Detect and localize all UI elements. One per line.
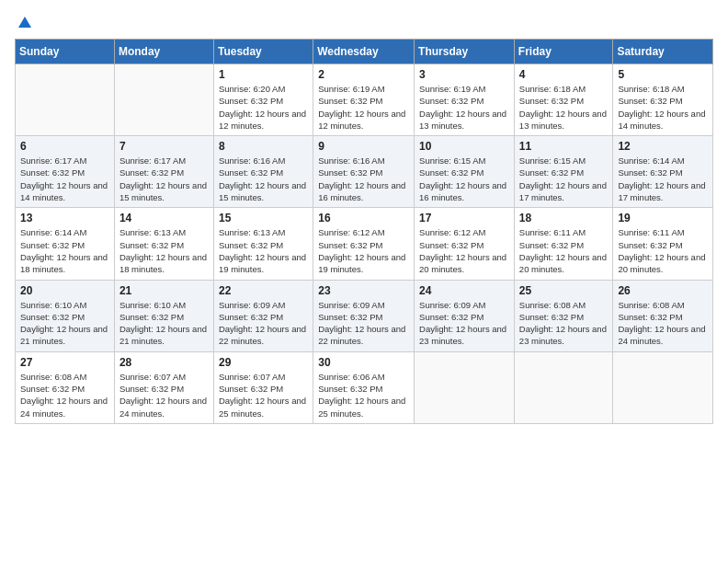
day-number: 29 xyxy=(219,356,308,369)
day-number: 8 xyxy=(219,140,308,153)
calendar-day-cell: 13Sunrise: 6:14 AM Sunset: 6:32 PM Dayli… xyxy=(16,208,115,280)
day-number: 21 xyxy=(119,284,209,297)
weekday-header: Saturday xyxy=(613,40,713,64)
weekday-header: Wednesday xyxy=(313,40,415,64)
calendar-day-cell: 3Sunrise: 6:19 AM Sunset: 6:32 PM Daylig… xyxy=(415,64,515,136)
weekday-header: Tuesday xyxy=(213,40,313,64)
day-number: 12 xyxy=(618,140,708,153)
calendar-day-cell: 11Sunrise: 6:15 AM Sunset: 6:32 PM Dayli… xyxy=(514,136,613,208)
calendar-week-row: 27Sunrise: 6:08 AM Sunset: 6:32 PM Dayli… xyxy=(16,351,713,423)
calendar-day-cell xyxy=(514,351,613,423)
calendar-day-cell: 16Sunrise: 6:12 AM Sunset: 6:32 PM Dayli… xyxy=(313,208,415,280)
day-info: Sunrise: 6:19 AM Sunset: 6:32 PM Dayligh… xyxy=(318,83,409,132)
day-number: 20 xyxy=(20,284,109,297)
calendar-day-cell: 12Sunrise: 6:14 AM Sunset: 6:32 PM Dayli… xyxy=(613,136,713,208)
day-number: 26 xyxy=(618,284,708,297)
calendar-day-cell: 23Sunrise: 6:09 AM Sunset: 6:32 PM Dayli… xyxy=(313,280,415,351)
calendar-day-cell: 6Sunrise: 6:17 AM Sunset: 6:32 PM Daylig… xyxy=(16,136,115,208)
weekday-header: Monday xyxy=(114,40,213,64)
day-info: Sunrise: 6:07 AM Sunset: 6:32 PM Dayligh… xyxy=(119,371,209,419)
calendar-day-cell xyxy=(114,64,213,136)
calendar-header-row: SundayMondayTuesdayWednesdayThursdayFrid… xyxy=(16,40,713,64)
calendar-day-cell: 29Sunrise: 6:07 AM Sunset: 6:32 PM Dayli… xyxy=(213,351,313,423)
day-number: 16 xyxy=(318,212,409,224)
day-number: 19 xyxy=(618,212,708,224)
day-info: Sunrise: 6:15 AM Sunset: 6:32 PM Dayligh… xyxy=(419,155,509,203)
page-header xyxy=(15,15,713,31)
logo xyxy=(15,15,33,31)
day-number: 4 xyxy=(519,68,609,81)
calendar-day-cell: 2Sunrise: 6:19 AM Sunset: 6:32 PM Daylig… xyxy=(313,64,415,136)
day-info: Sunrise: 6:09 AM Sunset: 6:32 PM Dayligh… xyxy=(419,299,509,348)
day-info: Sunrise: 6:08 AM Sunset: 6:32 PM Dayligh… xyxy=(519,299,609,348)
day-info: Sunrise: 6:20 AM Sunset: 6:32 PM Dayligh… xyxy=(219,83,308,132)
day-info: Sunrise: 6:08 AM Sunset: 6:32 PM Dayligh… xyxy=(20,371,109,419)
day-number: 18 xyxy=(519,212,609,224)
day-info: Sunrise: 6:14 AM Sunset: 6:32 PM Dayligh… xyxy=(618,155,708,203)
day-number: 24 xyxy=(419,284,509,297)
day-info: Sunrise: 6:10 AM Sunset: 6:32 PM Dayligh… xyxy=(119,299,209,348)
calendar-day-cell: 5Sunrise: 6:18 AM Sunset: 6:32 PM Daylig… xyxy=(613,64,713,136)
day-info: Sunrise: 6:09 AM Sunset: 6:32 PM Dayligh… xyxy=(318,299,409,348)
day-info: Sunrise: 6:18 AM Sunset: 6:32 PM Dayligh… xyxy=(519,83,609,132)
calendar-day-cell: 24Sunrise: 6:09 AM Sunset: 6:32 PM Dayli… xyxy=(415,280,515,351)
day-info: Sunrise: 6:14 AM Sunset: 6:32 PM Dayligh… xyxy=(20,226,109,275)
calendar-day-cell: 8Sunrise: 6:16 AM Sunset: 6:32 PM Daylig… xyxy=(213,136,313,208)
day-info: Sunrise: 6:11 AM Sunset: 6:32 PM Dayligh… xyxy=(519,226,609,275)
day-info: Sunrise: 6:10 AM Sunset: 6:32 PM Dayligh… xyxy=(20,299,109,348)
day-info: Sunrise: 6:12 AM Sunset: 6:32 PM Dayligh… xyxy=(318,226,409,275)
day-number: 27 xyxy=(20,356,109,369)
day-number: 28 xyxy=(119,356,209,369)
day-number: 3 xyxy=(419,68,509,81)
day-number: 25 xyxy=(519,284,609,297)
calendar-day-cell: 1Sunrise: 6:20 AM Sunset: 6:32 PM Daylig… xyxy=(213,64,313,136)
day-number: 9 xyxy=(318,140,409,153)
day-info: Sunrise: 6:16 AM Sunset: 6:32 PM Dayligh… xyxy=(219,155,308,203)
svg-marker-0 xyxy=(18,17,31,28)
calendar-day-cell: 17Sunrise: 6:12 AM Sunset: 6:32 PM Dayli… xyxy=(415,208,515,280)
day-info: Sunrise: 6:18 AM Sunset: 6:32 PM Dayligh… xyxy=(618,83,708,132)
day-info: Sunrise: 6:13 AM Sunset: 6:32 PM Dayligh… xyxy=(219,226,308,275)
day-number: 23 xyxy=(318,284,409,297)
day-number: 22 xyxy=(219,284,308,297)
calendar-day-cell: 30Sunrise: 6:06 AM Sunset: 6:32 PM Dayli… xyxy=(313,351,415,423)
calendar-table: SundayMondayTuesdayWednesdayThursdayFrid… xyxy=(15,39,713,424)
logo-icon xyxy=(17,15,33,31)
weekday-header: Thursday xyxy=(415,40,515,64)
calendar-week-row: 13Sunrise: 6:14 AM Sunset: 6:32 PM Dayli… xyxy=(16,208,713,280)
calendar-day-cell: 21Sunrise: 6:10 AM Sunset: 6:32 PM Dayli… xyxy=(114,280,213,351)
calendar-day-cell xyxy=(415,351,515,423)
weekday-header: Sunday xyxy=(16,40,115,64)
calendar-day-cell: 14Sunrise: 6:13 AM Sunset: 6:32 PM Dayli… xyxy=(114,208,213,280)
day-number: 17 xyxy=(419,212,509,224)
day-number: 5 xyxy=(618,68,708,81)
day-info: Sunrise: 6:11 AM Sunset: 6:32 PM Dayligh… xyxy=(618,226,708,275)
calendar-day-cell: 28Sunrise: 6:07 AM Sunset: 6:32 PM Dayli… xyxy=(114,351,213,423)
day-info: Sunrise: 6:09 AM Sunset: 6:32 PM Dayligh… xyxy=(219,299,308,348)
day-info: Sunrise: 6:16 AM Sunset: 6:32 PM Dayligh… xyxy=(318,155,409,203)
calendar-day-cell: 20Sunrise: 6:10 AM Sunset: 6:32 PM Dayli… xyxy=(16,280,115,351)
day-number: 13 xyxy=(20,212,109,224)
day-info: Sunrise: 6:08 AM Sunset: 6:32 PM Dayligh… xyxy=(618,299,708,348)
day-info: Sunrise: 6:12 AM Sunset: 6:32 PM Dayligh… xyxy=(419,226,509,275)
calendar-day-cell: 15Sunrise: 6:13 AM Sunset: 6:32 PM Dayli… xyxy=(213,208,313,280)
calendar-day-cell: 4Sunrise: 6:18 AM Sunset: 6:32 PM Daylig… xyxy=(514,64,613,136)
day-number: 10 xyxy=(419,140,509,153)
weekday-header: Friday xyxy=(514,40,613,64)
day-info: Sunrise: 6:17 AM Sunset: 6:32 PM Dayligh… xyxy=(119,155,209,203)
day-info: Sunrise: 6:07 AM Sunset: 6:32 PM Dayligh… xyxy=(219,371,308,419)
calendar-week-row: 6Sunrise: 6:17 AM Sunset: 6:32 PM Daylig… xyxy=(16,136,713,208)
day-info: Sunrise: 6:19 AM Sunset: 6:32 PM Dayligh… xyxy=(419,83,509,132)
day-number: 11 xyxy=(519,140,609,153)
day-number: 2 xyxy=(318,68,409,81)
calendar-day-cell: 19Sunrise: 6:11 AM Sunset: 6:32 PM Dayli… xyxy=(613,208,713,280)
day-number: 7 xyxy=(119,140,209,153)
day-number: 14 xyxy=(119,212,209,224)
day-info: Sunrise: 6:13 AM Sunset: 6:32 PM Dayligh… xyxy=(119,226,209,275)
calendar-day-cell: 25Sunrise: 6:08 AM Sunset: 6:32 PM Dayli… xyxy=(514,280,613,351)
day-info: Sunrise: 6:06 AM Sunset: 6:32 PM Dayligh… xyxy=(318,371,409,419)
calendar-day-cell: 26Sunrise: 6:08 AM Sunset: 6:32 PM Dayli… xyxy=(613,280,713,351)
calendar-day-cell xyxy=(16,64,115,136)
calendar-week-row: 1Sunrise: 6:20 AM Sunset: 6:32 PM Daylig… xyxy=(16,64,713,136)
calendar-week-row: 20Sunrise: 6:10 AM Sunset: 6:32 PM Dayli… xyxy=(16,280,713,351)
